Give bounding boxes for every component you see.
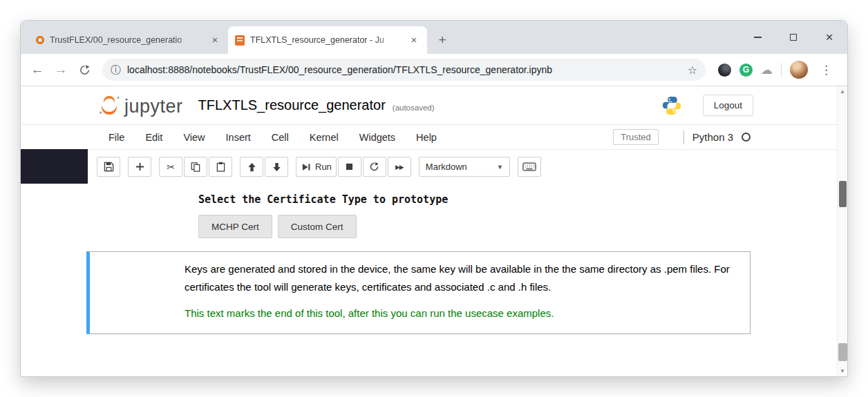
- cell-type-dropdown[interactable]: Markdown ▼: [419, 157, 510, 177]
- tab-title: TrustFLEX/00_resource_generatio: [50, 35, 203, 45]
- trusted-badge[interactable]: Trusted: [613, 129, 659, 145]
- dark-region: [21, 149, 88, 184]
- keyboard-icon: [522, 162, 536, 171]
- run-icon: [301, 162, 311, 172]
- browser-menu-icon[interactable]: ⋮: [816, 63, 836, 77]
- menu-cell[interactable]: Cell: [261, 132, 299, 143]
- window-controls: ×: [739, 21, 847, 54]
- cut-cell-button[interactable]: ✂: [159, 157, 182, 177]
- add-cell-button[interactable]: [128, 157, 151, 177]
- close-button[interactable]: ×: [811, 21, 847, 54]
- save-icon: [104, 162, 114, 172]
- grammarly-icon[interactable]: G: [739, 64, 753, 77]
- back-icon[interactable]: ←: [28, 60, 47, 79]
- restart-kernel-button[interactable]: [363, 157, 386, 177]
- save-button[interactable]: [97, 157, 120, 177]
- mchp-cert-button[interactable]: MCHP Cert: [198, 215, 272, 238]
- scroll-up-icon[interactable]: ▲: [838, 88, 847, 95]
- url-omnibox[interactable]: ⓘ localhost:8888/notebooks/TrustFLEX/00_…: [102, 59, 706, 81]
- header-right: Logout: [661, 95, 753, 116]
- cell-type-value: Markdown: [426, 162, 467, 172]
- toolbar-separator: [781, 63, 782, 77]
- menu-edit[interactable]: Edit: [135, 132, 173, 143]
- run-label: Run: [315, 162, 332, 172]
- restart-icon: [369, 162, 379, 172]
- tab-jupyter-tree[interactable]: TrustFLEX/00_resource_generatio ×: [29, 26, 228, 54]
- notebook-toolbar: ✂: [21, 150, 847, 184]
- autosave-status: (autosaved): [393, 99, 435, 112]
- reload-icon[interactable]: [75, 60, 94, 79]
- notebook-title[interactable]: TFLXTLS_resource_generator: [198, 97, 386, 113]
- trustflex-favicon-icon: [36, 36, 44, 44]
- widget-output-cell[interactable]: Select the Certificate Type to prototype…: [100, 184, 737, 238]
- kernel-name: Python 3: [692, 131, 733, 143]
- extension-dark-icon[interactable]: [718, 64, 731, 77]
- copy-icon: [191, 162, 200, 172]
- notebook-container: Select the Certificate Type to prototype…: [86, 184, 751, 334]
- menu-help[interactable]: Help: [406, 132, 447, 143]
- command-palette-button[interactable]: [518, 157, 541, 177]
- page-scrollbar-thumb[interactable]: [838, 343, 847, 361]
- copy-cell-button[interactable]: [184, 157, 207, 177]
- note-paragraph: This text marks the end of this tool, af…: [185, 304, 736, 322]
- paste-cell-button[interactable]: [209, 157, 232, 177]
- move-cell-down-button[interactable]: [265, 157, 288, 177]
- chevron-down-icon: ▼: [497, 164, 503, 171]
- url-text: localhost:8888/notebooks/TrustFLEX/00_re…: [127, 64, 681, 75]
- bookmark-star-icon[interactable]: ☆: [688, 64, 697, 77]
- kernel-status-area: Trusted Python 3: [613, 129, 751, 145]
- stop-icon: [346, 163, 353, 171]
- custom-cert-button[interactable]: Custom Cert: [278, 215, 357, 238]
- plus-icon: [135, 162, 144, 171]
- menu-kernel[interactable]: Kernel: [299, 132, 349, 143]
- widget-button-row: MCHP Cert Custom Cert: [198, 215, 737, 238]
- jupyter-wordmark: jupyter: [124, 97, 183, 118]
- selected-markdown-cell[interactable]: Keys are generated and stored in the dev…: [86, 251, 751, 334]
- scroll-down-icon[interactable]: ▼: [838, 368, 847, 374]
- cloud-extension-icon[interactable]: ☁: [761, 63, 773, 77]
- page-info-icon[interactable]: ⓘ: [111, 64, 121, 77]
- menu-view[interactable]: View: [173, 132, 215, 143]
- tab-close-icon[interactable]: ×: [209, 34, 221, 46]
- arrow-down-icon: [272, 162, 281, 172]
- run-cell-button[interactable]: Run: [296, 157, 337, 177]
- jupyter-book-favicon-icon: [235, 35, 245, 46]
- menu-file[interactable]: File: [98, 132, 135, 143]
- menu-insert[interactable]: Insert: [216, 132, 261, 143]
- vertical-scrollbar[interactable]: ▲ ▼: [837, 86, 847, 376]
- minimize-button[interactable]: [739, 21, 775, 54]
- tab-close-icon[interactable]: ×: [408, 34, 420, 46]
- maximize-icon: [790, 34, 797, 41]
- maximize-button[interactable]: [775, 21, 811, 54]
- notebook-scrollbar-thumb[interactable]: [839, 181, 847, 207]
- jupyter-header: jupyter TFLXTLS_resource_generator (auto…: [21, 86, 847, 125]
- kernel-separator: [683, 130, 684, 144]
- tab-notebook[interactable]: TFLXTLS_resource_generator - Ju ×: [228, 26, 427, 54]
- notebook-menubar: File Edit View Insert Cell Kernel Widget…: [21, 125, 847, 150]
- tab-strip: TrustFLEX/00_resource_generatio × TFLXTL…: [21, 21, 847, 54]
- jupyter-logo[interactable]: jupyter: [97, 93, 183, 118]
- browser-window: TrustFLEX/00_resource_generatio × TFLXTL…: [21, 21, 847, 376]
- notebook-area: Select the Certificate Type to prototype…: [21, 184, 847, 376]
- scissors-icon: ✂: [167, 162, 175, 173]
- menu-widgets[interactable]: Widgets: [349, 132, 406, 143]
- toolbar-buttons: ✂: [97, 157, 541, 177]
- info-paragraph: Keys are generated and stored in the dev…: [185, 260, 736, 296]
- python-logo-icon: [661, 95, 682, 116]
- screenshot-stage: TrustFLEX/00_resource_generatio × TFLXTL…: [0, 0, 868, 397]
- interrupt-kernel-button[interactable]: [338, 157, 361, 177]
- fast-forward-icon: ▶▶: [395, 164, 404, 171]
- tab-title: TFLXTLS_resource_generator - Ju: [250, 35, 402, 45]
- forward-icon[interactable]: →: [51, 60, 70, 79]
- kernel-idle-indicator-icon: [742, 133, 751, 142]
- extension-cluster: G ☁ ⋮: [714, 61, 840, 79]
- minimize-icon: [754, 37, 762, 38]
- profile-avatar[interactable]: [790, 61, 808, 79]
- jupyter-logo-icon: [97, 93, 122, 118]
- restart-run-all-button[interactable]: ▶▶: [388, 157, 411, 177]
- arrow-up-icon: [247, 162, 256, 172]
- new-tab-button[interactable]: +: [433, 30, 452, 50]
- logout-button[interactable]: Logout: [703, 95, 753, 116]
- paste-icon: [216, 162, 225, 172]
- move-cell-up-button[interactable]: [240, 157, 263, 177]
